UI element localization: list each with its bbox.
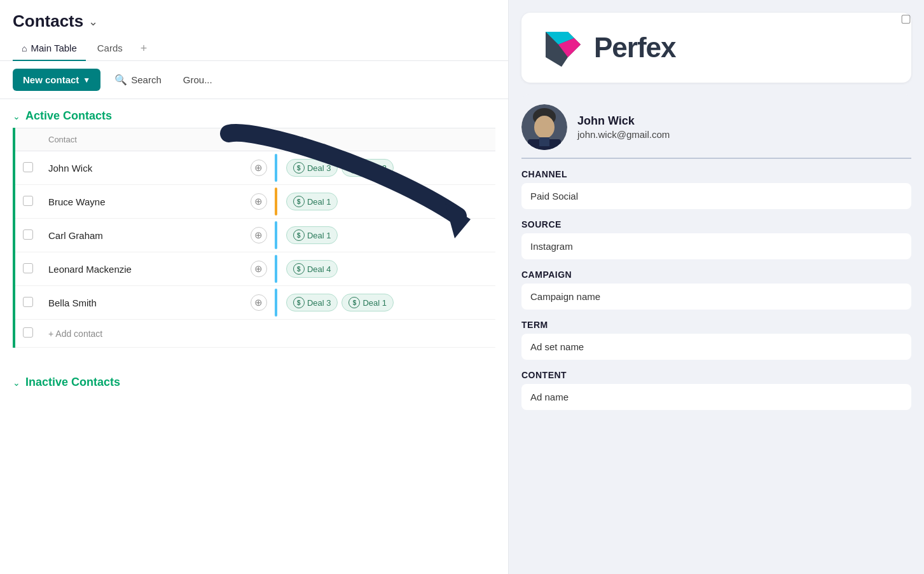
- deals-cell: $ Deal 1: [279, 185, 495, 219]
- row-checkbox[interactable]: [23, 162, 33, 172]
- table-row: Bruce Wayne⊕$ Deal 1: [15, 185, 495, 219]
- add-row-checkbox[interactable]: [23, 327, 33, 338]
- inactive-contacts-label: Inactive Contacts: [25, 376, 120, 389]
- add-to-contact-icon[interactable]: ⊕: [251, 261, 267, 277]
- field-value-term[interactable]: Ad set name: [521, 334, 911, 360]
- home-icon: ⌂: [22, 43, 27, 53]
- new-contact-button[interactable]: New contact ▼: [13, 69, 100, 91]
- search-button[interactable]: 🔍 Search: [107, 69, 169, 91]
- accent-bar: [275, 188, 277, 215]
- field-section-source: SOURCE Instagram: [521, 219, 911, 259]
- add-to-contact-icon[interactable]: ⊕: [251, 160, 267, 176]
- deal-dollar-icon: $: [293, 263, 305, 275]
- deal-badge[interactable]: $ Deal 3: [286, 159, 338, 177]
- accent-bar: [275, 255, 277, 283]
- deal-dollar-icon: $: [348, 162, 360, 174]
- left-panel: Contacts ⌄ ⌂ Main Table Cards + New cont…: [0, 0, 509, 574]
- contact-name-cell: Carl Graham: [41, 219, 243, 252]
- field-value-campaign[interactable]: Campaign name: [521, 284, 911, 310]
- deals-cell: $ Deal 3$ Deal 1: [279, 286, 495, 320]
- svg-point-7: [534, 116, 555, 139]
- inactive-contacts-chevron-icon[interactable]: ⌄: [13, 378, 20, 388]
- deal-dollar-icon: $: [293, 229, 305, 241]
- field-label-channel: CHANNEL: [521, 169, 911, 179]
- svg-marker-4: [546, 57, 568, 67]
- deal-badge[interactable]: $ Deal 4: [286, 260, 338, 278]
- row-checkbox[interactable]: [23, 196, 33, 206]
- th-checkbox: [15, 128, 41, 151]
- fields-container: CHANNEL Paid Social SOURCE Instagram CAM…: [521, 169, 911, 410]
- row-checkbox[interactable]: [23, 229, 33, 240]
- tab-main-table[interactable]: ⌂ Main Table: [13, 36, 86, 61]
- page-title: Contacts: [13, 11, 83, 31]
- deal-dollar-icon: $: [293, 162, 305, 174]
- th-add: [243, 128, 275, 151]
- contact-name-cell: Bella Smith: [41, 286, 243, 320]
- tab-cards[interactable]: Cards: [88, 36, 132, 61]
- contact-card: John Wick john.wick@gmail.com CHANNEL Pa…: [521, 94, 911, 410]
- deal-badge[interactable]: $ Deal 1: [286, 193, 338, 210]
- field-value-content[interactable]: Ad name: [521, 384, 911, 410]
- deal-badge[interactable]: $ Deal 2: [341, 159, 394, 177]
- perfex-logo-icon: [539, 25, 584, 70]
- row-checkbox[interactable]: [23, 297, 33, 307]
- field-value-source[interactable]: Instagram: [521, 233, 911, 259]
- accent-bar: [275, 154, 277, 182]
- contact-name-cell: John Wick: [41, 151, 243, 185]
- table-row: Carl Graham⊕$ Deal 1: [15, 219, 495, 252]
- accent-bar: [275, 289, 277, 317]
- contact-info: John Wick john.wick@gmail.com: [577, 114, 670, 140]
- page-header: Contacts ⌄: [0, 0, 508, 31]
- accent-bar: [275, 221, 277, 249]
- avatar-image: [521, 104, 567, 150]
- deal-badge[interactable]: $ Deal 1: [341, 294, 394, 311]
- contact-name-cell: Bruce Wayne: [41, 185, 243, 219]
- inactive-contacts-header: ⌄ Inactive Contacts: [13, 376, 495, 389]
- deal-badge[interactable]: $ Deal 3: [286, 294, 338, 311]
- field-section-channel: CHANNEL Paid Social: [521, 169, 911, 209]
- right-panel: ▢ Perfex: [509, 0, 924, 574]
- perfex-logo-box: Perfex: [521, 13, 911, 83]
- field-label-term: TERM: [521, 320, 911, 330]
- th-deals: Deals: [279, 128, 495, 151]
- contact-name: John Wick: [577, 114, 670, 128]
- contact-header: John Wick john.wick@gmail.com: [521, 94, 911, 159]
- new-contact-chevron-icon: ▼: [83, 76, 90, 85]
- settings-icon[interactable]: ▢: [900, 11, 911, 25]
- table-header-row: Contact Deals: [15, 128, 495, 151]
- field-value-channel[interactable]: Paid Social: [521, 183, 911, 209]
- table-row: Leonard Mackenzie⊕$ Deal 4: [15, 252, 495, 286]
- deals-cell: $ Deal 4: [279, 252, 495, 286]
- search-icon: 🔍: [114, 74, 127, 86]
- add-to-contact-icon[interactable]: ⊕: [251, 193, 267, 210]
- deal-dollar-icon: $: [348, 297, 360, 308]
- add-row-checkbox-cell: [15, 320, 41, 348]
- deals-cell: $ Deal 1: [279, 219, 495, 252]
- contacts-table-container: Contact Deals John Wick⊕$ Deal 3$ Deal 2…: [13, 128, 495, 348]
- add-to-contact-icon[interactable]: ⊕: [251, 227, 267, 243]
- deal-badge[interactable]: $ Deal 1: [286, 226, 338, 244]
- contact-avatar: [521, 104, 567, 150]
- page-title-chevron-icon[interactable]: ⌄: [88, 15, 98, 29]
- field-section-campaign: CAMPAIGN Campaign name: [521, 270, 911, 310]
- deals-cell: $ Deal 3$ Deal 2: [279, 151, 495, 185]
- contact-name-cell: Leonard Mackenzie: [41, 252, 243, 286]
- deal-dollar-icon: $: [293, 297, 305, 308]
- group-button[interactable]: Grou...: [176, 69, 220, 90]
- active-contacts-chevron-icon[interactable]: ⌄: [13, 111, 20, 121]
- row-checkbox[interactable]: [23, 263, 33, 273]
- svg-rect-9: [539, 137, 549, 146]
- add-contact-label[interactable]: + Add contact: [41, 320, 495, 348]
- tabs-bar: ⌂ Main Table Cards +: [0, 36, 508, 61]
- field-label-campaign: CAMPAIGN: [521, 270, 911, 280]
- contact-email: john.wick@gmail.com: [577, 129, 670, 140]
- active-contacts-section-header: ⌄ Active Contacts: [0, 99, 508, 128]
- toolbar: New contact ▼ 🔍 Search Grou...: [0, 61, 508, 99]
- add-to-contact-icon[interactable]: ⊕: [251, 294, 267, 311]
- contacts-table: Contact Deals John Wick⊕$ Deal 3$ Deal 2…: [15, 128, 495, 348]
- active-contacts-label: Active Contacts: [25, 109, 112, 123]
- table-row: John Wick⊕$ Deal 3$ Deal 2: [15, 151, 495, 185]
- th-contact: Contact: [41, 128, 243, 151]
- add-contact-row[interactable]: + Add contact: [15, 320, 495, 348]
- add-tab-button[interactable]: +: [134, 37, 154, 60]
